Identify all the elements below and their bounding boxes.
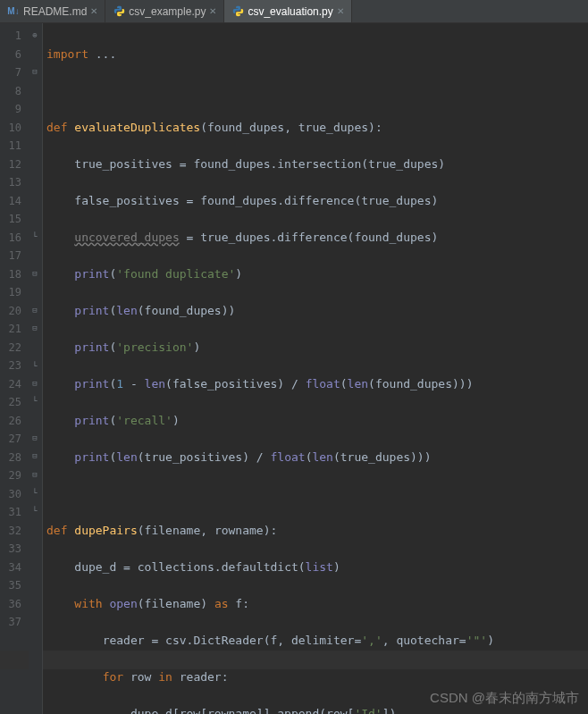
line-number: 27: [5, 430, 21, 449]
line-number: 17: [5, 247, 21, 265]
fold-open-icon[interactable]: ⊟: [30, 470, 39, 479]
code-line[interactable]: with open(filename) as f:: [46, 595, 494, 614]
tab-label: csv_evaluation.py: [248, 5, 332, 18]
line-number: 1: [5, 27, 21, 46]
line-number: 13: [5, 173, 21, 192]
python-icon: [113, 5, 125, 18]
code-line[interactable]: print('recall'): [46, 412, 494, 431]
line-number: 7: [5, 63, 21, 82]
line-number: 20: [5, 302, 21, 321]
line-number: 19: [5, 283, 21, 302]
code-line[interactable]: print(len(found_dupes)): [46, 302, 494, 321]
line-number: 11: [5, 137, 21, 155]
code-line[interactable]: print('precision'): [46, 339, 494, 357]
tab-label: README.md: [23, 5, 87, 18]
code-line[interactable]: def dupePairs(filename, rowname):: [46, 522, 494, 541]
fold-end-icon[interactable]: └: [30, 397, 39, 406]
markdown-icon: M↓: [7, 5, 20, 18]
python-icon: [231, 5, 244, 18]
line-number: 15: [5, 210, 21, 229]
editor-area: 1 6 7 8 9 10 11 12 13 14 15 16 17 18 19 …: [0, 23, 588, 714]
code-line[interactable]: [46, 82, 494, 101]
code-line[interactable]: false_positives = found_dupes.difference…: [46, 192, 494, 211]
fold-collapsed-icon[interactable]: ⊕: [30, 30, 39, 39]
fold-end-icon[interactable]: └: [30, 489, 39, 498]
line-number: 24: [5, 375, 21, 394]
fold-column: ⊕ ⊟ └ ⊟ ⊟ ⊟ └ ⊟ └ ⊟ ⊟ ⊟ └ └: [29, 23, 43, 714]
line-number: 18: [5, 265, 21, 284]
line-number: 23: [5, 357, 21, 375]
line-number: 35: [5, 576, 21, 595]
line-number: 30: [5, 485, 21, 504]
line-number: 34: [5, 559, 21, 577]
code-line[interactable]: print(1 - len(false_positives) / float(l…: [46, 375, 494, 394]
fold-open-icon[interactable]: ⊟: [30, 269, 39, 278]
line-number: 12: [5, 155, 21, 174]
line-number: 6: [5, 46, 21, 64]
code-line[interactable]: def evaluateDuplicates(found_dupes, true…: [46, 119, 494, 138]
code-area[interactable]: import ... def evaluateDuplicates(found_…: [43, 23, 494, 714]
line-number: 10: [5, 119, 21, 138]
line-number: 16: [5, 229, 21, 248]
line-number: 26: [5, 412, 21, 431]
close-icon[interactable]: ✕: [337, 6, 344, 16]
fold-open-icon[interactable]: ⊟: [30, 379, 39, 388]
code-line[interactable]: true_positives = found_dupes.intersectio…: [46, 155, 494, 174]
code-line[interactable]: [46, 485, 494, 504]
current-line-highlight: [0, 651, 588, 669]
fold-end-icon[interactable]: └: [30, 507, 39, 516]
line-number: 33: [5, 540, 21, 559]
code-line[interactable]: dupe_d[row[rowname]].append(row['Id']): [46, 705, 494, 715]
code-line[interactable]: for row in reader:: [46, 668, 494, 687]
close-icon[interactable]: ✕: [90, 6, 97, 16]
code-line[interactable]: reader = csv.DictReader(f, delimiter=','…: [46, 632, 494, 651]
code-line[interactable]: uncovered_dupes = true_dupes.difference(…: [46, 229, 494, 248]
tab-csv-example[interactable]: csv_example.py ✕: [105, 0, 224, 22]
line-gutter: 1 6 7 8 9 10 11 12 13 14 15 16 17 18 19 …: [0, 23, 29, 714]
line-number: 14: [5, 192, 21, 211]
line-number: 8: [5, 82, 21, 101]
code-line[interactable]: print('found duplicate'): [46, 265, 494, 284]
close-icon[interactable]: ✕: [209, 6, 216, 16]
line-number: 22: [5, 339, 21, 357]
line-number: 29: [5, 466, 21, 485]
editor-tabs: M↓ README.md ✕ csv_example.py ✕ csv_eval…: [0, 0, 588, 23]
line-number: 28: [5, 449, 21, 467]
code-line[interactable]: print(len(true_positives) / float(len(tr…: [46, 449, 494, 467]
tab-readme[interactable]: M↓ README.md ✕: [0, 0, 105, 22]
line-number: 36: [5, 595, 21, 614]
fold-end-icon[interactable]: └: [30, 362, 39, 371]
line-number: 21: [5, 320, 21, 339]
code-line[interactable]: import ...: [46, 46, 494, 64]
line-number: 37: [5, 613, 21, 632]
line-number: 9: [5, 100, 21, 119]
line-number: 25: [5, 393, 21, 412]
fold-open-icon[interactable]: ⊟: [30, 451, 39, 460]
tab-label: csv_example.py: [129, 5, 206, 18]
fold-open-icon[interactable]: ⊟: [30, 323, 39, 332]
line-number: 32: [5, 522, 21, 541]
fold-open-icon[interactable]: ⊟: [30, 67, 39, 76]
line-number: 31: [5, 503, 21, 522]
fold-end-icon[interactable]: └: [30, 232, 39, 241]
tab-csv-evaluation[interactable]: csv_evaluation.py ✕: [224, 0, 351, 22]
code-line[interactable]: dupe_d = collections.defaultdict(list): [46, 559, 494, 577]
fold-open-icon[interactable]: ⊟: [30, 433, 39, 442]
fold-open-icon[interactable]: ⊟: [30, 306, 39, 315]
